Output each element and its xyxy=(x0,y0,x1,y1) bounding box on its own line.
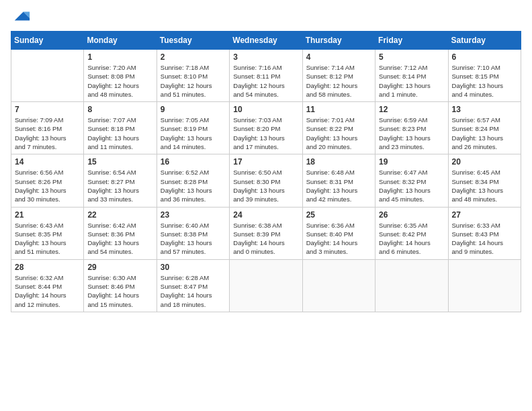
day-info: Sunrise: 6:59 AM Sunset: 8:23 PM Dayligh… xyxy=(379,116,444,151)
day-info: Sunrise: 7:01 AM Sunset: 8:22 PM Dayligh… xyxy=(306,116,371,151)
calendar-cell: 8Sunrise: 7:07 AM Sunset: 8:18 PM Daylig… xyxy=(84,102,157,154)
day-number: 29 xyxy=(87,263,152,272)
day-info: Sunrise: 7:20 AM Sunset: 8:08 PM Dayligh… xyxy=(87,63,152,99)
day-number: 28 xyxy=(15,263,80,272)
day-number: 12 xyxy=(379,105,444,114)
day-number: 18 xyxy=(306,157,371,167)
day-number: 6 xyxy=(452,52,517,62)
day-info: Sunrise: 6:42 AM Sunset: 8:36 PM Dayligh… xyxy=(87,221,152,257)
day-number: 10 xyxy=(233,105,298,114)
calendar-cell: 28Sunrise: 6:32 AM Sunset: 8:44 PM Dayli… xyxy=(11,259,84,312)
calendar-week-row: 1Sunrise: 7:20 AM Sunset: 8:08 PM Daylig… xyxy=(11,50,521,102)
calendar-cell: 12Sunrise: 6:59 AM Sunset: 8:23 PM Dayli… xyxy=(375,102,448,154)
day-number: 25 xyxy=(306,210,371,220)
day-info: Sunrise: 6:50 AM Sunset: 8:30 PM Dayligh… xyxy=(233,168,298,203)
day-number: 27 xyxy=(452,210,517,220)
days-of-week-row: SundayMondayTuesdayWednesdayThursdayFrid… xyxy=(11,32,521,50)
day-info: Sunrise: 6:57 AM Sunset: 8:24 PM Dayligh… xyxy=(452,116,517,151)
day-info: Sunrise: 6:56 AM Sunset: 8:26 PM Dayligh… xyxy=(15,168,80,203)
day-number: 14 xyxy=(15,157,80,167)
dow-header: Saturday xyxy=(448,32,521,50)
calendar-cell xyxy=(375,259,448,312)
dow-header: Sunday xyxy=(11,32,84,50)
calendar-cell: 29Sunrise: 6:30 AM Sunset: 8:46 PM Dayli… xyxy=(84,259,157,312)
calendar-cell: 16Sunrise: 6:52 AM Sunset: 8:28 PM Dayli… xyxy=(157,154,229,207)
calendar-cell xyxy=(302,259,375,312)
calendar-cell: 2Sunrise: 7:18 AM Sunset: 8:10 PM Daylig… xyxy=(157,50,229,102)
logo xyxy=(11,7,31,26)
day-number: 8 xyxy=(87,105,152,114)
day-info: Sunrise: 6:54 AM Sunset: 8:27 PM Dayligh… xyxy=(87,168,152,203)
day-number: 26 xyxy=(379,210,444,220)
dow-header: Tuesday xyxy=(157,32,229,50)
day-info: Sunrise: 7:14 AM Sunset: 8:12 PM Dayligh… xyxy=(306,63,371,99)
calendar-cell: 19Sunrise: 6:47 AM Sunset: 8:32 PM Dayli… xyxy=(375,154,448,207)
day-info: Sunrise: 6:47 AM Sunset: 8:32 PM Dayligh… xyxy=(379,168,444,203)
day-number: 13 xyxy=(452,105,517,114)
calendar-cell xyxy=(230,259,302,312)
calendar-week-row: 28Sunrise: 6:32 AM Sunset: 8:44 PM Dayli… xyxy=(11,259,521,312)
calendar-cell: 11Sunrise: 7:01 AM Sunset: 8:22 PM Dayli… xyxy=(302,102,375,154)
calendar-cell: 5Sunrise: 7:12 AM Sunset: 8:14 PM Daylig… xyxy=(375,50,448,102)
calendar-cell: 24Sunrise: 6:38 AM Sunset: 8:39 PM Dayli… xyxy=(230,207,302,259)
logo-icon xyxy=(12,7,31,26)
dow-header: Wednesday xyxy=(230,32,302,50)
calendar-cell: 13Sunrise: 6:57 AM Sunset: 8:24 PM Dayli… xyxy=(448,102,521,154)
day-number: 5 xyxy=(379,52,444,62)
calendar-cell xyxy=(11,50,84,102)
calendar-cell: 21Sunrise: 6:43 AM Sunset: 8:35 PM Dayli… xyxy=(11,207,84,259)
day-number: 16 xyxy=(161,157,226,167)
calendar-cell: 7Sunrise: 7:09 AM Sunset: 8:16 PM Daylig… xyxy=(11,102,84,154)
day-number: 21 xyxy=(15,210,80,220)
calendar-cell: 23Sunrise: 6:40 AM Sunset: 8:38 PM Dayli… xyxy=(157,207,229,259)
calendar-cell: 18Sunrise: 6:48 AM Sunset: 8:31 PM Dayli… xyxy=(302,154,375,207)
calendar-cell xyxy=(448,259,521,312)
day-number: 23 xyxy=(161,210,226,220)
day-info: Sunrise: 6:36 AM Sunset: 8:40 PM Dayligh… xyxy=(306,221,371,257)
day-number: 19 xyxy=(379,157,444,167)
day-info: Sunrise: 6:35 AM Sunset: 8:42 PM Dayligh… xyxy=(379,221,444,257)
calendar-cell: 9Sunrise: 7:05 AM Sunset: 8:19 PM Daylig… xyxy=(157,102,229,154)
calendar-cell: 1Sunrise: 7:20 AM Sunset: 8:08 PM Daylig… xyxy=(84,50,157,102)
dow-header: Friday xyxy=(375,32,448,50)
day-info: Sunrise: 6:32 AM Sunset: 8:44 PM Dayligh… xyxy=(15,273,80,309)
day-info: Sunrise: 7:10 AM Sunset: 8:15 PM Dayligh… xyxy=(452,63,517,99)
day-number: 20 xyxy=(452,157,517,167)
day-info: Sunrise: 7:03 AM Sunset: 8:20 PM Dayligh… xyxy=(233,116,298,151)
day-info: Sunrise: 7:09 AM Sunset: 8:16 PM Dayligh… xyxy=(15,116,80,151)
day-info: Sunrise: 6:45 AM Sunset: 8:34 PM Dayligh… xyxy=(452,168,517,203)
calendar-cell: 6Sunrise: 7:10 AM Sunset: 8:15 PM Daylig… xyxy=(448,50,521,102)
day-info: Sunrise: 7:16 AM Sunset: 8:11 PM Dayligh… xyxy=(233,63,298,99)
calendar-cell: 4Sunrise: 7:14 AM Sunset: 8:12 PM Daylig… xyxy=(302,50,375,102)
calendar-cell: 30Sunrise: 6:28 AM Sunset: 8:47 PM Dayli… xyxy=(157,259,229,312)
day-info: Sunrise: 6:38 AM Sunset: 8:39 PM Dayligh… xyxy=(233,221,298,257)
calendar-cell: 25Sunrise: 6:36 AM Sunset: 8:40 PM Dayli… xyxy=(302,207,375,259)
calendar-week-row: 14Sunrise: 6:56 AM Sunset: 8:26 PM Dayli… xyxy=(11,154,521,207)
day-number: 3 xyxy=(233,52,298,62)
page-header xyxy=(11,7,521,26)
day-number: 2 xyxy=(161,52,226,62)
calendar-cell: 20Sunrise: 6:45 AM Sunset: 8:34 PM Dayli… xyxy=(448,154,521,207)
day-number: 30 xyxy=(161,263,226,272)
day-number: 22 xyxy=(87,210,152,220)
calendar-cell: 22Sunrise: 6:42 AM Sunset: 8:36 PM Dayli… xyxy=(84,207,157,259)
dow-header: Monday xyxy=(84,32,157,50)
day-info: Sunrise: 6:28 AM Sunset: 8:47 PM Dayligh… xyxy=(161,273,226,309)
calendar-cell: 3Sunrise: 7:16 AM Sunset: 8:11 PM Daylig… xyxy=(230,50,302,102)
day-info: Sunrise: 6:30 AM Sunset: 8:46 PM Dayligh… xyxy=(87,273,152,309)
dow-header: Thursday xyxy=(302,32,375,50)
day-info: Sunrise: 6:48 AM Sunset: 8:31 PM Dayligh… xyxy=(306,168,371,203)
day-number: 24 xyxy=(233,210,298,220)
day-number: 7 xyxy=(15,105,80,114)
calendar-cell: 15Sunrise: 6:54 AM Sunset: 8:27 PM Dayli… xyxy=(84,154,157,207)
day-info: Sunrise: 6:33 AM Sunset: 8:43 PM Dayligh… xyxy=(452,221,517,257)
day-number: 9 xyxy=(161,105,226,114)
calendar-week-row: 7Sunrise: 7:09 AM Sunset: 8:16 PM Daylig… xyxy=(11,102,521,154)
calendar-cell: 26Sunrise: 6:35 AM Sunset: 8:42 PM Dayli… xyxy=(375,207,448,259)
calendar-table: SundayMondayTuesdayWednesdayThursdayFrid… xyxy=(11,31,521,312)
day-info: Sunrise: 6:52 AM Sunset: 8:28 PM Dayligh… xyxy=(161,168,226,203)
calendar-cell: 14Sunrise: 6:56 AM Sunset: 8:26 PM Dayli… xyxy=(11,154,84,207)
day-number: 1 xyxy=(87,52,152,62)
day-info: Sunrise: 6:43 AM Sunset: 8:35 PM Dayligh… xyxy=(15,221,80,257)
day-number: 15 xyxy=(87,157,152,167)
